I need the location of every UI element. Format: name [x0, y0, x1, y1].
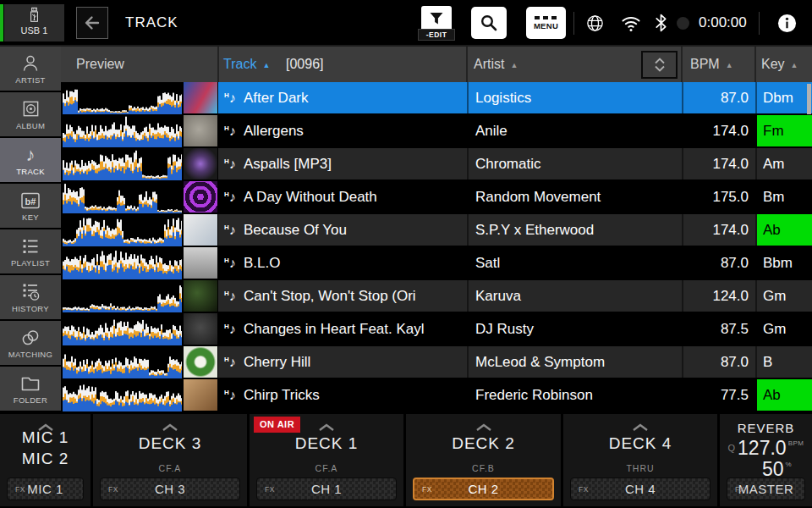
collapse-chevron-icon[interactable]: [563, 420, 717, 435]
top-bar: USB 1 TRACK -EDIT MENU: [0, 0, 812, 47]
table-row[interactable]: H♪Cherry HillMcLeod & Symptom87.0B: [61, 346, 812, 379]
artist-icon: [20, 53, 41, 74]
sidebar-item-label: TRACK: [16, 167, 45, 176]
menu-button[interactable]: MENU: [526, 7, 566, 39]
fx-assign-mic-1[interactable]: FXMIC 1: [7, 478, 84, 500]
fx-assign-ch-2[interactable]: FXCH 2: [413, 478, 554, 500]
sidebar-item-label: KEY: [22, 213, 39, 222]
search-icon: [479, 13, 499, 33]
scrollbar-thumb[interactable]: [807, 84, 811, 114]
preview-cell[interactable]: [61, 313, 218, 345]
album-art: [184, 214, 217, 246]
key-cell: Fm: [755, 115, 812, 146]
fx-label: FX: [735, 485, 745, 494]
track-title: Changes in Heart Feat. Kayl: [244, 321, 425, 338]
artist-cell: Chromatic: [467, 148, 682, 179]
waveform-preview: [63, 281, 182, 312]
preview-cell[interactable]: [61, 247, 218, 279]
track-filter-button[interactable]: -EDIT: [420, 6, 453, 41]
back-button[interactable]: [76, 7, 108, 39]
key-cell: Am: [755, 148, 812, 179]
table-row[interactable]: H♪A Day Without DeathRandom Movement175.…: [61, 181, 812, 214]
column-header-track[interactable]: Track▲: [223, 47, 270, 82]
preview-cell[interactable]: [61, 214, 218, 246]
deck-panel-deck-2[interactable]: DECK 2CF.BFXCH 2: [406, 414, 561, 506]
key-cell: Dbm: [755, 82, 812, 113]
bpm-cell: 87.5: [682, 313, 755, 345]
track-title: Can't Stop, Won't Stop (Ori: [244, 288, 416, 305]
sort-asc-icon: ▲: [791, 61, 798, 69]
preview-cell[interactable]: [61, 346, 218, 378]
sidebar-item-track[interactable]: ♪TRACK: [0, 138, 61, 182]
column-header-key[interactable]: Key▲: [761, 47, 798, 82]
artist-cell: Karuva: [467, 280, 682, 312]
album-art: [184, 148, 217, 179]
key-value-matched: Ab: [757, 379, 812, 411]
column-header-preview[interactable]: Preview: [76, 47, 124, 82]
table-row[interactable]: H♪After DarkLogistics87.0Dbm: [61, 82, 812, 115]
table-row[interactable]: H♪Changes in Heart Feat. KaylDJ Rusty87.…: [61, 313, 812, 346]
table-row[interactable]: H♪Because Of YouS.P.Y x Etherwood174.0Ab: [61, 214, 812, 247]
header-divider: [217, 47, 219, 82]
search-button[interactable]: [471, 7, 507, 39]
deck-name: DECK 2: [406, 434, 561, 453]
artist-cell: Frederic Robinson: [467, 379, 682, 411]
sidebar-item-key[interactable]: b#KEY: [0, 184, 61, 228]
deck-panel-deck-3[interactable]: DECK 3CF.AFXCH 3: [93, 414, 247, 506]
table-row[interactable]: H♪Chirp TricksFrederic Robinson77.5Ab: [61, 379, 812, 412]
key-value: Bbm: [757, 247, 812, 279]
column-header-artist[interactable]: Artist▲: [474, 47, 518, 82]
table-row[interactable]: H♪AllergensAnile174.0Fm: [61, 115, 812, 148]
crossfader-assign-label: CF.A: [250, 463, 403, 473]
preview-cell[interactable]: [61, 379, 218, 411]
usb-source-button[interactable]: USB 1: [4, 4, 64, 41]
sidebar-item-folder[interactable]: FOLDER: [0, 367, 61, 411]
waveform-preview: [63, 248, 182, 279]
artist-cell: Satl: [467, 247, 682, 279]
bpm-cell: 174.0: [682, 214, 755, 246]
sort-toggle-button[interactable]: [641, 51, 678, 79]
deck-panel-deck-1[interactable]: ON AIRDECK 1CF.AFXCH 1: [250, 414, 403, 506]
track-note-icon: H♪: [218, 91, 244, 106]
table-row[interactable]: H♪B.L.OSatl87.0Bbm: [61, 247, 812, 280]
sidebar-item-label: ALBUM: [16, 121, 45, 130]
fx-assign-ch-3[interactable]: FXCH 3: [100, 478, 240, 500]
sidebar-item-playlist[interactable]: PLAYLIST: [0, 229, 61, 273]
track-cell: H♪Because Of You: [218, 214, 467, 246]
track-note-icon: H♪: [218, 124, 244, 139]
fx-panel[interactable]: REVERB Q 127.0 BPM 50 % FX MASTER: [720, 414, 812, 506]
bpm-cell: 174.0: [682, 115, 755, 146]
preview-cell[interactable]: [61, 115, 218, 146]
album-art: [184, 313, 217, 345]
deck-name: MIC 2: [0, 450, 91, 468]
deck-panel-deck-4[interactable]: DECK 4THRUFXCH 4: [563, 414, 717, 506]
collapse-chevron-icon[interactable]: [93, 420, 247, 435]
sidebar-item-artist[interactable]: ARTIST: [0, 47, 61, 91]
sidebar-item-history[interactable]: HISTORY: [0, 275, 61, 319]
preview-cell[interactable]: [61, 148, 218, 179]
history-icon: [20, 282, 41, 302]
collapse-chevron-icon[interactable]: [250, 420, 403, 435]
key-cell: Bbm: [755, 247, 812, 279]
preview-cell[interactable]: [61, 82, 218, 113]
artist-cell: S.P.Y x Etherwood: [467, 214, 682, 246]
crossfader-assign-label: CF.A: [93, 463, 247, 473]
collapse-chevron-icon[interactable]: [406, 420, 561, 435]
sidebar-item-album[interactable]: ALBUM: [0, 92, 61, 136]
track-note-icon: H♪: [218, 256, 244, 271]
preview-cell[interactable]: [61, 280, 218, 312]
fx-assign-ch-1[interactable]: FXCH 1: [256, 478, 397, 500]
preview-cell[interactable]: [61, 181, 218, 213]
column-header-bpm[interactable]: BPM▲: [690, 47, 733, 82]
table-row[interactable]: H♪Aspalls [MP3]Chromatic174.0Am: [61, 148, 812, 181]
info-icon[interactable]: [777, 14, 797, 33]
track-note-icon: H♪: [218, 388, 244, 403]
header-divider: [754, 47, 756, 82]
table-row[interactable]: H♪Can't Stop, Won't Stop (OriKaruva124.0…: [61, 280, 812, 313]
deck-panel-mic-1[interactable]: MIC 1MIC 2FXMIC 1: [0, 414, 91, 506]
bpm-cell: 175.0: [682, 181, 755, 213]
sidebar-item-matching[interactable]: MATCHING: [0, 321, 61, 365]
key-cell: B: [755, 346, 812, 378]
fx-assign-master[interactable]: FX MASTER: [727, 478, 805, 500]
fx-assign-ch-4[interactable]: FXCH 4: [570, 478, 710, 500]
